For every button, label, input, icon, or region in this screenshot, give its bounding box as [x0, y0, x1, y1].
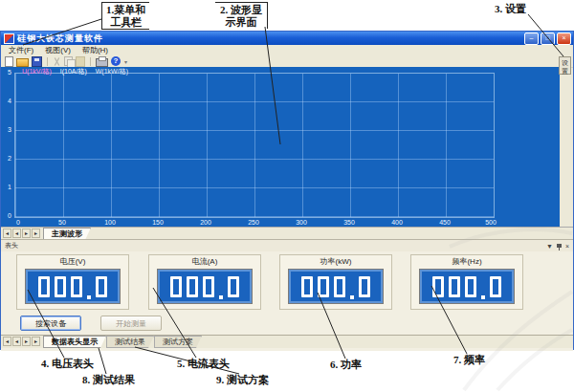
nav-prev-icon[interactable]: ◄	[12, 229, 21, 238]
toolbar-separator	[47, 57, 48, 66]
meter-power: 功率(kW)	[279, 254, 392, 310]
menu-item-file[interactable]: 文件(F)	[3, 45, 39, 55]
x-tick: 500	[485, 219, 497, 226]
power-display	[288, 269, 384, 304]
bottom-tab-strip: ◄ ◄ ► ► 数据表头显示 测试结果 测试方案	[1, 335, 573, 348]
annotation-test-plan: 9. 测试方案	[216, 374, 269, 386]
x-tick: 150	[152, 219, 164, 226]
panel-caption-icons: ▼ ×	[546, 242, 569, 250]
search-device-button[interactable]: 搜索设备	[20, 316, 81, 331]
seg-digit	[465, 276, 476, 297]
waveform-tab-strip: ◄ ◄ ► ► 主测波形	[1, 227, 573, 240]
app-window: 硅钢大铁芯测量软件 – □ × 文件(F) 视图(V) 帮助(H) ▾ 5 4 …	[0, 31, 574, 350]
meter-label: 电流(A)	[149, 256, 260, 267]
tab-nav-buttons: ◄ ◄ ► ►	[3, 337, 40, 346]
chevron-down-icon[interactable]: ▼	[546, 242, 553, 250]
leader-test-result	[99, 348, 106, 374]
panel-caption-bar: 表头 ▼ ×	[1, 240, 573, 251]
nav-prev-icon[interactable]: ◄	[12, 337, 21, 346]
seg-decimal-point	[219, 295, 223, 299]
annotation-frequency: 7. 频率	[453, 354, 485, 366]
y-tick: 4	[1, 98, 11, 104]
nav-next-icon[interactable]: ►	[22, 229, 31, 238]
toolbar-separator	[90, 57, 91, 66]
new-file-icon[interactable]	[5, 56, 13, 67]
copy-icon[interactable]	[64, 56, 73, 66]
annotation-settings: 3. 设置	[495, 3, 526, 15]
legend-voltage: U(1kV/格)	[22, 67, 52, 76]
window-title: 硅钢大铁芯测量软件	[17, 33, 522, 45]
x-tick: 250	[248, 219, 259, 226]
tab-test-plan[interactable]: 测试方案	[154, 336, 202, 348]
y-tick: 3	[1, 126, 11, 133]
annotation-current: 5. 电流表头	[177, 358, 230, 370]
seg-digit	[301, 276, 313, 297]
current-display	[157, 269, 253, 304]
nav-last-icon[interactable]: ►	[32, 337, 40, 346]
nav-last-icon[interactable]: ►	[32, 229, 40, 238]
settings-button[interactable]: 设置	[559, 56, 571, 75]
menu-item-view[interactable]: 视图(V)	[39, 45, 77, 55]
chart-legend: U(1kV/格) I(10A/格) W(1kW/格)	[22, 67, 128, 76]
save-icon[interactable]	[32, 56, 42, 67]
seg-digit	[96, 276, 107, 297]
x-tick: 350	[343, 219, 355, 226]
annotation-menu-toolbar: 1.菜单和工具栏	[101, 2, 149, 30]
close-panel-icon[interactable]: ×	[565, 242, 569, 250]
cut-icon[interactable]	[53, 57, 61, 66]
annotation-voltage: 4. 电压表头	[41, 358, 94, 370]
y-tick: 0	[1, 212, 11, 219]
x-tick: 450	[439, 219, 451, 226]
plot-area	[14, 73, 495, 218]
x-tick: 300	[296, 219, 307, 226]
tab-nav-buttons: ◄ ◄ ► ►	[3, 229, 40, 238]
meter-label: 频率(Hz)	[411, 256, 522, 267]
seg-decimal-point	[87, 295, 91, 299]
meter-frequency: 频率(Hz)	[410, 254, 523, 310]
panel-caption: 表头	[5, 241, 18, 250]
meter-voltage: 电压(V)	[16, 254, 129, 310]
help-icon[interactable]	[111, 56, 121, 66]
seg-digit	[490, 276, 501, 297]
close-button[interactable]: ×	[557, 33, 571, 45]
dock-panel: 表头 ▼ × 电压(V) 电流(A) 功率(kW) 频率(Hz) 搜索设备 开始…	[1, 239, 573, 351]
y-tick: 5	[1, 69, 11, 76]
print-icon[interactable]	[96, 58, 108, 67]
x-tick: 200	[200, 219, 211, 226]
app-icon	[4, 33, 14, 44]
seg-digit	[187, 276, 198, 297]
legend-current: I(10A/格)	[60, 67, 87, 76]
meter-label: 功率(kW)	[280, 256, 391, 267]
nav-first-icon[interactable]: ◄	[3, 337, 11, 346]
legend-power: W(1kW/格)	[96, 67, 128, 76]
tab-test-result[interactable]: 测试结果	[106, 336, 154, 348]
seg-digit	[228, 276, 239, 297]
x-tick: 50	[58, 219, 66, 226]
nav-next-icon[interactable]: ►	[22, 337, 31, 346]
waveform-chart-area: 5 4 3 2 1 0 0 50 100 150 200 250 300 350…	[1, 67, 560, 227]
y-tick: 2	[1, 155, 11, 162]
seg-digit	[55, 276, 66, 297]
seg-digit	[432, 276, 444, 297]
minimize-button[interactable]: –	[524, 33, 539, 45]
seg-digit	[318, 276, 329, 297]
meter-label: 电压(V)	[17, 256, 128, 267]
annotation-waveform: 2. 波形显示界面	[215, 2, 268, 29]
start-measure-button[interactable]: 开始测量	[100, 316, 162, 331]
paste-icon[interactable]	[76, 56, 85, 67]
menu-item-help[interactable]: 帮助(H)	[77, 45, 114, 55]
seg-digit	[170, 276, 182, 297]
voltage-display	[25, 269, 121, 304]
pin-icon[interactable]	[557, 244, 562, 248]
maximize-button[interactable]: □	[541, 33, 555, 45]
x-tick: 0	[16, 219, 20, 226]
seg-digit	[203, 276, 214, 297]
toolbar-overflow-icon[interactable]: ▾	[124, 58, 127, 65]
open-folder-icon[interactable]	[16, 58, 29, 67]
frequency-display	[419, 269, 515, 304]
tab-data-display[interactable]: 数据表头显示	[43, 336, 106, 348]
meter-current: 电流(A)	[148, 254, 261, 310]
seg-decimal-point	[350, 295, 354, 299]
y-tick: 1	[1, 184, 11, 190]
nav-first-icon[interactable]: ◄	[3, 229, 11, 238]
